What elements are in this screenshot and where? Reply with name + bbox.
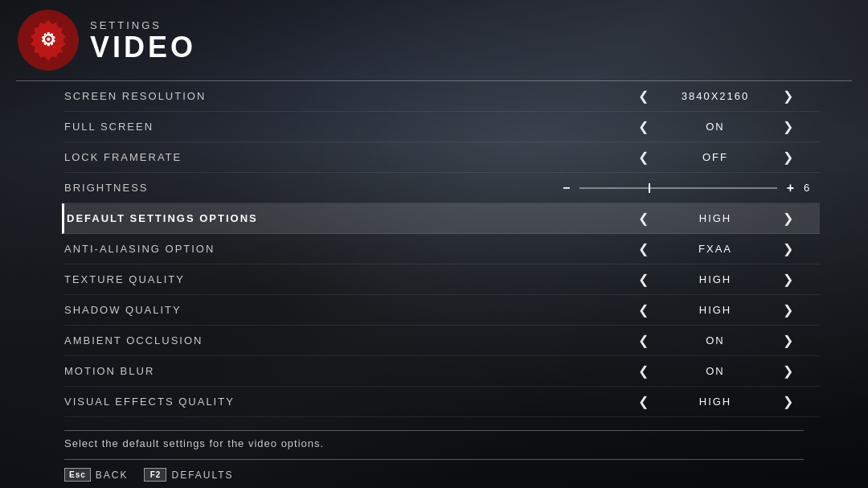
- setting-control: ❮ OFF ❯: [611, 150, 820, 165]
- setting-value: OFF: [667, 151, 764, 163]
- arrow-right-icon[interactable]: ❯: [780, 302, 796, 318]
- setting-control: ❮ ON ❯: [611, 363, 820, 379]
- setting-value: FXAA: [667, 243, 764, 255]
- setting-name: MOTION BLUR: [64, 365, 611, 377]
- setting-name: SCREEN RESOLUTION: [64, 90, 611, 102]
- header-text: SETTINGS VIDEO: [90, 19, 196, 62]
- setting-value: HIGH: [667, 212, 764, 224]
- slider-track[interactable]: [579, 187, 776, 189]
- arrow-right-icon[interactable]: ❯: [780, 394, 796, 409]
- setting-name: ANTI-ALIASING OPTION: [64, 243, 611, 255]
- video-label: VIDEO: [90, 33, 196, 62]
- setting-row[interactable]: AMBIENT OCCLUSION ❮ ON ❯: [64, 326, 820, 356]
- arrow-left-icon[interactable]: ❮: [635, 394, 651, 409]
- setting-name: BRIGHTNESS: [64, 182, 563, 194]
- setting-name: FULL SCREEN: [64, 121, 611, 133]
- setting-name: DEFAULT SETTINGS OPTIONS: [67, 212, 611, 224]
- defaults-key-badge: F2: [144, 468, 166, 482]
- arrow-right-icon[interactable]: ❯: [780, 211, 796, 226]
- arrow-left-icon[interactable]: ❮: [635, 88, 651, 104]
- setting-row[interactable]: SCREEN RESOLUTION ❮ 3840x2160 ❯: [64, 81, 820, 112]
- arrow-right-icon[interactable]: ❯: [780, 88, 796, 104]
- setting-row[interactable]: LOCK FRAMERATE ❮ OFF ❯: [64, 142, 820, 173]
- back-label: BACK: [96, 470, 129, 481]
- arrow-left-icon[interactable]: ❮: [635, 241, 651, 256]
- setting-value: 3840x2160: [667, 90, 764, 102]
- settings-list: SCREEN RESOLUTION ❮ 3840x2160 ❯ FULL SCR…: [0, 81, 868, 424]
- setting-name: TEXTURE QUALITY: [64, 273, 611, 285]
- arrow-right-icon[interactable]: ❯: [780, 150, 796, 165]
- arrow-right-icon[interactable]: ❯: [780, 272, 796, 287]
- setting-value: ON: [667, 334, 764, 347]
- setting-row[interactable]: BRIGHTNESS − + 6: [64, 173, 820, 203]
- setting-control: ❮ 3840x2160 ❯: [611, 88, 820, 104]
- slider-minus-icon[interactable]: −: [563, 181, 570, 195]
- settings-label: SETTINGS: [90, 19, 196, 31]
- help-text: Select the default settings for the vide…: [64, 437, 804, 449]
- setting-value: HIGH: [667, 396, 764, 408]
- arrow-left-icon[interactable]: ❮: [635, 272, 651, 287]
- setting-row[interactable]: DEFAULT SETTINGS OPTIONS ❮ HIGH ❯: [62, 203, 820, 234]
- setting-row[interactable]: VISUAL EFFECTS QUALITY ❮ HIGH ❯: [64, 387, 820, 417]
- setting-value: ON: [667, 365, 764, 377]
- setting-value: HIGH: [667, 273, 764, 285]
- setting-value: ON: [667, 121, 764, 133]
- setting-value: HIGH: [667, 304, 764, 316]
- setting-row[interactable]: FULL SCREEN ❮ ON ❯: [64, 112, 820, 142]
- setting-control: ❮ HIGH ❯: [611, 302, 820, 318]
- back-key-group[interactable]: Esc BACK: [64, 468, 128, 482]
- setting-row[interactable]: MOTION BLUR ❮ ON ❯: [64, 356, 820, 387]
- footer-controls: Esc BACK F2 DEFAULTS: [64, 468, 804, 482]
- arrow-left-icon[interactable]: ❮: [635, 302, 651, 318]
- arrow-left-icon[interactable]: ❮: [635, 211, 651, 226]
- arrow-left-icon[interactable]: ❮: [635, 363, 651, 379]
- setting-row[interactable]: SHADOW QUALITY ❮ HIGH ❯: [64, 295, 820, 326]
- setting-row[interactable]: TEXTURE QUALITY ❮ HIGH ❯: [64, 265, 820, 295]
- arrow-right-icon[interactable]: ❯: [780, 119, 796, 134]
- setting-control: ❮ ON ❯: [611, 333, 820, 348]
- setting-name: LOCK FRAMERATE: [64, 151, 611, 163]
- header: ⚙ SETTINGS VIDEO: [0, 0, 868, 80]
- arrow-right-icon[interactable]: ❯: [780, 241, 796, 256]
- setting-control: ❮ HIGH ❯: [611, 394, 820, 409]
- back-key-badge: Esc: [64, 468, 91, 482]
- arrow-left-icon[interactable]: ❮: [635, 119, 651, 134]
- footer-separator: [64, 459, 804, 460]
- arrow-left-icon[interactable]: ❮: [635, 333, 651, 348]
- svg-text:⚙: ⚙: [40, 30, 56, 50]
- slider-plus-icon[interactable]: +: [787, 181, 794, 195]
- setting-control: ❮ ON ❯: [611, 119, 820, 134]
- logo-icon: ⚙: [16, 8, 80, 72]
- brightness-control: − + 6: [563, 181, 820, 195]
- slider-value: 6: [804, 182, 820, 194]
- setting-control: ❮ HIGH ❯: [611, 272, 820, 287]
- setting-name: VISUAL EFFECTS QUALITY: [64, 396, 611, 408]
- setting-control: ❮ FXAA ❯: [611, 241, 820, 256]
- arrow-left-icon[interactable]: ❮: [635, 150, 651, 165]
- defaults-label: DEFAULTS: [171, 470, 233, 481]
- arrow-right-icon[interactable]: ❯: [780, 363, 796, 379]
- setting-row[interactable]: ANTI-ALIASING OPTION ❮ FXAA ❯: [64, 234, 820, 265]
- slider-thumb: [649, 183, 650, 193]
- arrow-right-icon[interactable]: ❯: [780, 333, 796, 348]
- setting-name: SHADOW QUALITY: [64, 304, 611, 316]
- setting-name: AMBIENT OCCLUSION: [64, 334, 611, 347]
- defaults-key-group[interactable]: F2 DEFAULTS: [144, 468, 233, 482]
- bottom-section: Select the default settings for the vide…: [0, 424, 868, 488]
- setting-control: ❮ HIGH ❯: [611, 211, 820, 226]
- bottom-separator: [64, 430, 804, 431]
